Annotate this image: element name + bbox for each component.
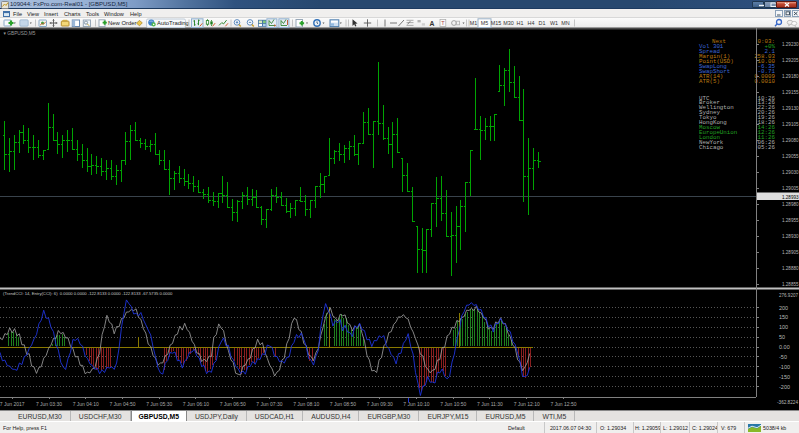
svg-text:(TrendCCI: 14, Entry(CCI): 6): (TrendCCI: 14, Entry(CCI): 6) 0.0000 0.0… bbox=[3, 291, 173, 296]
svg-text:-200: -200 bbox=[779, 384, 790, 390]
svg-text:7 Jun 12:10: 7 Jun 12:10 bbox=[514, 401, 540, 407]
svg-text:200: 200 bbox=[779, 305, 788, 311]
svg-text:New Order: New Order bbox=[108, 20, 137, 26]
svg-text:1.29130: 1.29130 bbox=[782, 105, 799, 111]
svg-text:1.28955: 1.28955 bbox=[782, 217, 799, 223]
svg-text:-100: -100 bbox=[779, 364, 790, 370]
svg-text:50: 50 bbox=[779, 334, 785, 340]
svg-text:M1: M1 bbox=[470, 20, 478, 26]
svg-text:H1: H1 bbox=[517, 20, 524, 26]
svg-text:ATR(5): ATR(5) bbox=[699, 78, 720, 85]
svg-text:D1: D1 bbox=[539, 20, 546, 26]
svg-text:MN: MN bbox=[561, 20, 569, 26]
svg-text:1.28993: 1.28993 bbox=[782, 194, 799, 200]
svg-text:7 Jun 2017: 7 Jun 2017 bbox=[0, 401, 25, 407]
svg-text:-50: -50 bbox=[779, 354, 787, 360]
svg-text:H4: H4 bbox=[528, 20, 535, 26]
svg-text:Chicago: Chicago bbox=[699, 144, 724, 151]
svg-text:1.28980: 1.28980 bbox=[782, 201, 799, 207]
svg-text:7 Jun 03:30: 7 Jun 03:30 bbox=[36, 401, 62, 407]
svg-text:AutoTrading: AutoTrading bbox=[157, 20, 189, 26]
svg-text:1.29180: 1.29180 bbox=[782, 73, 799, 79]
svg-text:-150: -150 bbox=[779, 374, 790, 380]
svg-text:M5: M5 bbox=[481, 20, 489, 26]
svg-text:7 Jun 07:30: 7 Jun 07:30 bbox=[256, 401, 282, 407]
svg-text:100: 100 bbox=[779, 324, 788, 330]
svg-text:1.29080: 1.29080 bbox=[782, 137, 799, 143]
svg-text:W1: W1 bbox=[550, 20, 558, 26]
svg-text:7 Jun 06:10: 7 Jun 06:10 bbox=[183, 401, 209, 407]
svg-text:7 Jun 11:30: 7 Jun 11:30 bbox=[477, 401, 503, 407]
svg-text:-362.8224: -362.8224 bbox=[777, 399, 798, 405]
svg-text:0.00: 0.00 bbox=[779, 344, 790, 350]
svg-text:7 Jun 10:10: 7 Jun 10:10 bbox=[403, 401, 429, 407]
svg-text:M15: M15 bbox=[491, 20, 502, 26]
svg-text:M30: M30 bbox=[503, 20, 514, 26]
svg-text:05:26: 05:26 bbox=[758, 144, 776, 151]
svg-text:1.29155: 1.29155 bbox=[782, 89, 799, 95]
svg-text:7 Jun 05:30: 7 Jun 05:30 bbox=[146, 401, 172, 407]
svg-text:1.28855: 1.28855 bbox=[782, 281, 799, 287]
svg-text:▾ GBPUSD,M5: ▾ GBPUSD,M5 bbox=[4, 31, 36, 36]
svg-text:A: A bbox=[430, 20, 435, 27]
svg-text:7 Jun 08:10: 7 Jun 08:10 bbox=[293, 401, 319, 407]
svg-text:7 Jun 04:50: 7 Jun 04:50 bbox=[109, 401, 135, 407]
svg-text:7 Jun 08:50: 7 Jun 08:50 bbox=[330, 401, 356, 407]
svg-text:276.9207: 276.9207 bbox=[779, 292, 798, 298]
svg-text:1.28930: 1.28930 bbox=[782, 233, 799, 239]
svg-text:1.29030: 1.29030 bbox=[782, 169, 799, 175]
svg-text:1.29055: 1.29055 bbox=[782, 153, 799, 159]
svg-text:1.29230: 1.29230 bbox=[782, 41, 799, 47]
svg-text:7 Jun 10:50: 7 Jun 10:50 bbox=[440, 401, 466, 407]
svg-text:1.29105: 1.29105 bbox=[782, 121, 799, 127]
svg-text:1.28905: 1.28905 bbox=[782, 249, 799, 255]
svg-text:7 Jun 04:10: 7 Jun 04:10 bbox=[73, 401, 99, 407]
svg-text:7 Jun 12:50: 7 Jun 12:50 bbox=[550, 401, 576, 407]
svg-text:150: 150 bbox=[779, 314, 788, 320]
svg-text:1.28880: 1.28880 bbox=[782, 265, 799, 271]
svg-text:7 Jun 09:30: 7 Jun 09:30 bbox=[367, 401, 393, 407]
svg-text:1.29005: 1.29005 bbox=[782, 185, 799, 191]
svg-text:7 Jun 06:50: 7 Jun 06:50 bbox=[220, 401, 246, 407]
svg-text:0.0010: 0.0010 bbox=[754, 78, 775, 85]
svg-text:1.29205: 1.29205 bbox=[782, 57, 799, 63]
